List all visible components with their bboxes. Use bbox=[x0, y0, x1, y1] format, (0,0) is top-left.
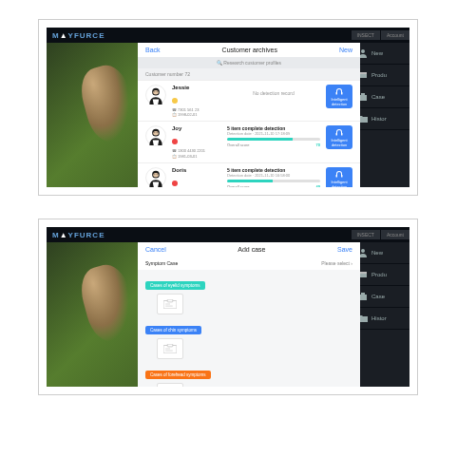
svg-point-16 bbox=[157, 133, 158, 134]
panel-header: Back Customer archives New bbox=[138, 43, 360, 57]
panel-title: Customer archives bbox=[222, 47, 277, 53]
svg-rect-17 bbox=[336, 133, 338, 136]
search-input[interactable]: 🔍 Research customer profiles bbox=[138, 57, 360, 68]
svg-rect-25 bbox=[341, 175, 343, 178]
top-btn-account[interactable]: Account bbox=[381, 30, 409, 40]
svg-rect-18 bbox=[341, 133, 343, 136]
save-link[interactable]: Save bbox=[337, 246, 352, 253]
topbar: M▲YFURCE INSECT Account bbox=[47, 227, 409, 242]
please-select: Please select › bbox=[321, 260, 352, 266]
top-btn-account[interactable]: Account bbox=[381, 230, 409, 239]
svg-point-15 bbox=[154, 133, 155, 134]
avatar bbox=[145, 167, 166, 187]
user-info: Joy☎ 1300 4430 2201📋 1981-03-01 bbox=[172, 125, 221, 158]
sidebar: New Produ Case Histor bbox=[352, 43, 409, 187]
score-bar bbox=[227, 138, 320, 141]
customer-row[interactable]: Joy☎ 1300 4430 2201📋 1981-03-015 item co… bbox=[138, 121, 360, 162]
avatar bbox=[145, 125, 166, 146]
svg-rect-3 bbox=[359, 95, 367, 101]
new-link[interactable]: New bbox=[339, 47, 352, 53]
intelligent-detection-button[interactable]: Intelligent detection bbox=[326, 167, 352, 187]
svg-point-8 bbox=[154, 91, 155, 92]
detection-area: 5 item complete detectionDetection date … bbox=[227, 167, 320, 187]
user-dob: 📋 1998-02-01 bbox=[172, 112, 221, 117]
sidebar-item-history[interactable]: Histor bbox=[352, 108, 409, 130]
no-detection: No detection record bbox=[227, 85, 320, 96]
symptom-tag[interactable]: Cases of eyelid symptoms bbox=[145, 281, 205, 290]
customer-row[interactable]: Jessie☎ 7301 561 23📋 1998-02-01No detect… bbox=[138, 80, 360, 121]
svg-point-9 bbox=[157, 91, 158, 92]
intelligent-detection-button[interactable]: Intelligent detection bbox=[326, 85, 352, 108]
symptom-tag-block: Cases of eyelid symptoms bbox=[145, 274, 352, 314]
score-row: Overall score49 bbox=[227, 184, 320, 187]
svg-point-0 bbox=[361, 49, 365, 53]
intelligent-detection-button[interactable]: Intelligent detection bbox=[326, 125, 352, 149]
case-card[interactable] bbox=[157, 338, 183, 359]
customer-row[interactable]: Doris☎ 1300 4430 2201📋 1979 / 1 / 115 it… bbox=[138, 162, 360, 187]
svg-point-7 bbox=[153, 90, 159, 94]
svg-rect-32 bbox=[167, 299, 173, 302]
sidebar: New Produ Case Histor bbox=[352, 242, 409, 387]
detection-area: 5 item complete detectionDetection date … bbox=[227, 125, 320, 147]
mockup-archives: M▲YFURCE INSECT Account New Produ Case H… bbox=[38, 19, 418, 196]
sidebar-item-history[interactable]: Histor bbox=[352, 308, 409, 330]
symptom-tag-block: Cases of chin symptoms bbox=[145, 318, 352, 359]
sidebar-item-product[interactable]: Produ bbox=[352, 65, 409, 86]
svg-rect-36 bbox=[167, 344, 173, 347]
user-info: Doris☎ 1300 4430 2201📋 1979 / 1 / 11 bbox=[172, 167, 221, 187]
status-badge bbox=[172, 139, 178, 144]
svg-rect-10 bbox=[336, 92, 338, 95]
brand-logo: M▲YFURCE bbox=[47, 31, 105, 40]
top-buttons: INSECT Account bbox=[352, 230, 409, 239]
symptom-row[interactable]: Symptom Case Please select › bbox=[138, 257, 360, 270]
avatar bbox=[145, 85, 166, 105]
app-frame: M▲YFURCE INSECT Account New Produ Case H… bbox=[47, 28, 409, 187]
case-card[interactable] bbox=[157, 294, 183, 314]
svg-rect-4 bbox=[361, 93, 365, 95]
svg-rect-30 bbox=[361, 293, 365, 295]
brand-logo: M▲YFURCE bbox=[47, 231, 105, 239]
user-info: Jessie☎ 7301 561 23📋 1998-02-01 bbox=[172, 85, 221, 117]
addcase-panel: Cancel Add case Save Symptom Case Please… bbox=[138, 242, 360, 387]
user-name: Doris bbox=[172, 167, 221, 173]
detection-area: No detection record bbox=[227, 85, 320, 96]
customer-count: Customer number 72 bbox=[138, 68, 360, 80]
customer-list: Jessie☎ 7301 561 23📋 1998-02-01No detect… bbox=[138, 80, 360, 187]
symptom-tag[interactable]: Cases of chin symptoms bbox=[145, 326, 201, 334]
svg-rect-28 bbox=[359, 272, 367, 274]
symptom-label: Symptom Case bbox=[145, 260, 178, 266]
panel-header: Cancel Add case Save bbox=[138, 242, 360, 257]
detection-date: Detection date · 2021-11-10 16:58:00 bbox=[227, 173, 320, 178]
sidebar-item-new[interactable]: New bbox=[352, 242, 409, 264]
tag-list: Cases of eyelid symptomsCases of chin sy… bbox=[138, 270, 360, 387]
sidebar-item-cases[interactable]: Case bbox=[352, 286, 409, 308]
cancel-link[interactable]: Cancel bbox=[145, 246, 166, 253]
back-link[interactable]: Back bbox=[145, 47, 161, 53]
sidebar-item-product[interactable]: Produ bbox=[352, 264, 409, 286]
top-buttons: INSECT Account bbox=[352, 30, 409, 40]
mockup-addcase: M▲YFURCE INSECT Account New Produ Case H… bbox=[38, 219, 418, 395]
svg-rect-24 bbox=[336, 175, 338, 178]
status-badge bbox=[172, 98, 178, 104]
detection-date: Detection date · 2021-11-10 17:18:09 bbox=[227, 131, 320, 136]
sidebar-item-cases[interactable]: Case bbox=[352, 86, 409, 108]
svg-point-26 bbox=[361, 249, 365, 253]
user-dob: 📋 1981-03-01 bbox=[172, 154, 221, 159]
sidebar-item-new[interactable]: New bbox=[352, 43, 409, 65]
panel-title: Add case bbox=[238, 246, 265, 253]
symptom-tag[interactable]: Cases of forehead symptoms bbox=[145, 371, 211, 379]
svg-rect-29 bbox=[359, 295, 367, 300]
score-bar bbox=[227, 180, 320, 182]
svg-point-21 bbox=[153, 173, 159, 177]
top-btn-insect[interactable]: INSECT bbox=[352, 230, 380, 239]
app-frame: M▲YFURCE INSECT Account New Produ Case H… bbox=[47, 227, 409, 387]
svg-rect-11 bbox=[341, 92, 343, 95]
score-row: Overall score70 bbox=[227, 143, 320, 147]
symptom-tag-block: Cases of forehead symptoms bbox=[145, 363, 352, 387]
top-btn-insect[interactable]: INSECT bbox=[352, 30, 380, 40]
svg-point-14 bbox=[153, 131, 159, 135]
case-card[interactable] bbox=[157, 383, 183, 387]
svg-point-22 bbox=[154, 174, 155, 175]
svg-rect-2 bbox=[359, 72, 367, 74]
status-badge bbox=[172, 181, 178, 186]
